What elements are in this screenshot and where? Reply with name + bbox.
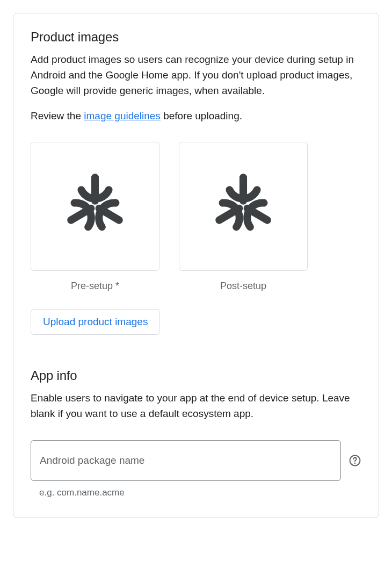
matter-logo-icon: [209, 172, 278, 241]
svg-point-7: [354, 463, 355, 464]
pre-setup-image-box[interactable]: [31, 142, 159, 271]
matter-logo-icon: [61, 172, 129, 241]
product-images-section: Product images Add product images so use…: [31, 30, 361, 335]
review-prefix: Review the: [31, 110, 84, 121]
review-suffix: before uploading.: [161, 110, 242, 121]
app-info-description: Enable users to navigate to your app at …: [31, 391, 361, 422]
review-guidelines-line: Review the image guidelines before uploa…: [31, 109, 361, 124]
image-slots-row: Pre-setup * Post-setu: [31, 142, 361, 292]
package-name-row: [31, 440, 361, 481]
pre-setup-caption: Pre-setup *: [71, 281, 119, 292]
app-info-title: App info: [31, 368, 361, 383]
product-images-title: Product images: [31, 30, 361, 45]
app-info-section: App info Enable users to navigate to you…: [31, 368, 361, 498]
post-setup-slot: Post-setup: [179, 142, 308, 292]
android-package-name-input[interactable]: [31, 440, 341, 481]
upload-product-images-button[interactable]: Upload product images: [31, 309, 160, 335]
settings-card: Product images Add product images so use…: [13, 13, 379, 518]
image-guidelines-link[interactable]: image guidelines: [84, 110, 161, 121]
post-setup-caption: Post-setup: [220, 281, 266, 292]
product-images-description: Add product images so users can recogniz…: [31, 52, 361, 99]
help-icon[interactable]: [349, 454, 361, 467]
post-setup-image-box[interactable]: [179, 142, 308, 271]
package-name-hint: e.g. com.name.acme: [31, 487, 361, 498]
pre-setup-slot: Pre-setup *: [31, 142, 159, 292]
